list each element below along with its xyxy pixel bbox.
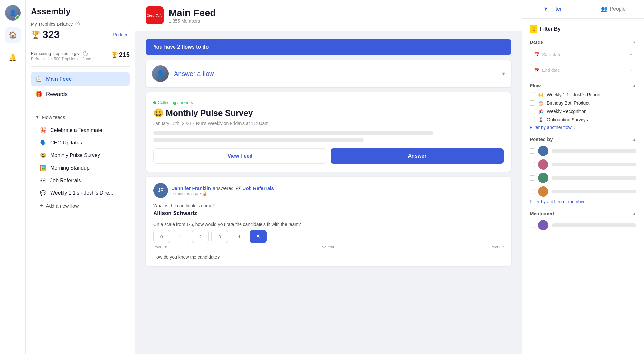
post-meta: Jennifer Franklin answered 👀 Job Referra…: [172, 185, 494, 196]
remaining-info-icon[interactable]: i: [83, 51, 88, 56]
posted-by-checkbox-0[interactable]: [530, 148, 535, 154]
posted-by-checkbox-2[interactable]: [530, 175, 535, 181]
post-action: answered: [213, 185, 234, 191]
coca-cola-logo: Coca‑Cola: [146, 6, 164, 24]
flow-section-header[interactable]: Flow ▲: [530, 83, 636, 88]
member-name-bar-3: [552, 190, 636, 193]
flow-item-job-referrals[interactable]: 👀 Job Referrals: [31, 174, 130, 187]
dates-chevron-icon: ▲: [632, 40, 636, 44]
answer-flow-text[interactable]: Answer a flow: [174, 70, 497, 78]
post-options-icon[interactable]: ···: [498, 187, 504, 194]
flow-filter-label-1: Birthday Bot: Product: [547, 100, 589, 106]
main-feed-icon: 📋: [35, 76, 42, 82]
filter-tab-label: Filter: [550, 6, 562, 12]
posted-by-checkbox-3[interactable]: [530, 189, 535, 194]
post-question-1: What is the candidate's name?: [153, 203, 504, 208]
mentioned-checkbox-0[interactable]: [530, 223, 535, 228]
nav-item-main-feed[interactable]: 📋 Main Feed: [31, 72, 130, 86]
rating-btn-2[interactable]: 2: [192, 230, 209, 243]
start-date-input[interactable]: 📅 Start date ▾: [530, 49, 636, 61]
monthly-pulse-icon: 😀: [40, 152, 46, 158]
divider-3: [31, 107, 130, 107]
rating-btn-5[interactable]: 5: [250, 230, 267, 243]
filter-by-header: 🏆 Filter By: [530, 25, 636, 33]
start-date-placeholder: Start date: [542, 52, 628, 57]
rating-btn-1[interactable]: 1: [173, 230, 189, 243]
answer-flow-card: 👤 Answer a flow ▾: [146, 60, 511, 87]
post-flow[interactable]: 👀 Job Referrals: [236, 185, 274, 191]
bell-nav-icon[interactable]: 🔔: [5, 50, 21, 66]
flow-filter-icon-2: 🎉: [538, 109, 544, 114]
posted-by-label: Posted by: [530, 136, 553, 142]
flow-item-weekly-11s[interactable]: 💬 Weekly 1:1's - Josh's Dire...: [31, 187, 130, 199]
tab-filter[interactable]: ▼ Filter: [522, 0, 583, 18]
flow-checkbox-0[interactable]: [530, 92, 535, 97]
feed-header: Coca‑Cola Main Feed 1,355 Members: [135, 0, 522, 31]
flow-item-monthly-pulse[interactable]: 😀 Monthly Pulse Survey: [31, 149, 130, 162]
mentioned-item-0: [530, 220, 636, 230]
flow-filter-label-2: Weekly Recognition: [547, 109, 586, 114]
post-card: JF Jennifer Franklin answered 👀 Job Refe…: [146, 177, 511, 266]
start-date-arrow-icon: ▾: [630, 52, 632, 57]
calendar-icon-2: 📅: [534, 68, 539, 73]
rating-btn-0[interactable]: 0: [153, 230, 170, 243]
posted-by-chevron-icon: ▲: [632, 137, 636, 142]
view-feed-button[interactable]: View Feed: [153, 148, 327, 164]
flow-checkbox-1[interactable]: [530, 100, 535, 106]
filter-by-icon: 🏆: [530, 25, 537, 33]
flow-item-celebrate[interactable]: 🎉 Celebrate a Teammate: [31, 124, 130, 136]
home-icon: 🏠: [8, 31, 17, 39]
green-dot-icon: [153, 101, 156, 104]
user-avatar[interactable]: 👤: [5, 5, 21, 21]
people-tab-label: People: [610, 6, 626, 12]
weekly-11s-icon: 💬: [40, 190, 46, 196]
remaining-amount: 🏆 215: [111, 51, 130, 59]
member-name-bar-2: [552, 176, 636, 180]
flow-filter-item-0: 🙌 Weekly 1:1 - Josh's Reports: [530, 92, 636, 97]
flow-label: Flow: [530, 83, 541, 88]
home-nav-icon[interactable]: 🏠: [5, 27, 21, 43]
flow-item-morning-standup[interactable]: 🖼️ Morning Standup: [31, 162, 130, 174]
trophies-balance-row: 🏆 323 Redeem: [31, 29, 130, 41]
calendar-icon: 📅: [534, 52, 539, 57]
flow-filter-icon-3: ♟️: [538, 117, 544, 122]
redeem-link[interactable]: Redeem: [113, 32, 130, 37]
flow-item-ceo[interactable]: 🗣️ CEO Updates: [31, 136, 130, 149]
nav-item-rewards[interactable]: 🎁 Rewards: [31, 87, 130, 101]
flow-filter-items: 🙌 Weekly 1:1 - Josh's Reports 🎂 Birthday…: [530, 92, 636, 122]
posted-by-items: [530, 146, 636, 197]
mentioned-avatar-0: [538, 220, 548, 230]
flow-checkbox-3[interactable]: [530, 117, 535, 122]
post-author-line: Jennifer Franklin answered 👀 Job Referra…: [172, 185, 494, 191]
mentioned-chevron-icon: ▲: [632, 211, 636, 216]
filter-by-different-member-link[interactable]: Filter by a different member...: [530, 199, 636, 204]
divider-2: [31, 66, 130, 67]
member-avatar-0: [538, 146, 548, 156]
posted-by-item-0: [530, 146, 636, 156]
filter-by-another-flow-link[interactable]: Filter by another flow...: [530, 125, 636, 130]
flow-feeds-label: Flow feeds: [42, 115, 65, 120]
end-date-input[interactable]: 📅 End date ▾: [530, 64, 636, 76]
rating-row: 0 1 2 3 4 5: [153, 230, 504, 243]
mentioned-label: Mentioned: [530, 211, 554, 216]
trophies-info-icon[interactable]: i: [75, 22, 80, 26]
feed-subtitle: 1,355 Members: [169, 18, 216, 23]
rating-btn-4[interactable]: 4: [231, 230, 247, 243]
posted-by-checkbox-1[interactable]: [530, 162, 535, 167]
answer-button[interactable]: Answer: [331, 148, 504, 164]
posted-by-section-header[interactable]: Posted by ▲: [530, 136, 636, 142]
flow-checkbox-2[interactable]: [530, 109, 535, 114]
flow-feeds-header[interactable]: ▼ Flow feeds: [31, 112, 130, 123]
post-author[interactable]: Jennifer Franklin: [172, 185, 211, 191]
add-flow-button[interactable]: + Add a new flow: [31, 199, 130, 212]
flow-item-label: CEO Updates: [50, 140, 82, 146]
rating-btn-3[interactable]: 3: [211, 230, 228, 243]
dropdown-arrow-icon[interactable]: ▾: [502, 70, 505, 77]
feed-area: You have 2 flows to do 👤 Answer a flow ▾…: [135, 31, 522, 274]
tab-people[interactable]: 👥 People: [583, 0, 644, 18]
mentioned-section-header[interactable]: Mentioned ▲: [530, 211, 636, 216]
flow-item-label: Morning Standup: [50, 165, 90, 171]
rewards-label: Rewards: [46, 91, 68, 98]
coca-cola-logo-text: Coca‑Cola: [147, 14, 162, 17]
dates-section-header[interactable]: Dates ▲: [530, 39, 636, 45]
